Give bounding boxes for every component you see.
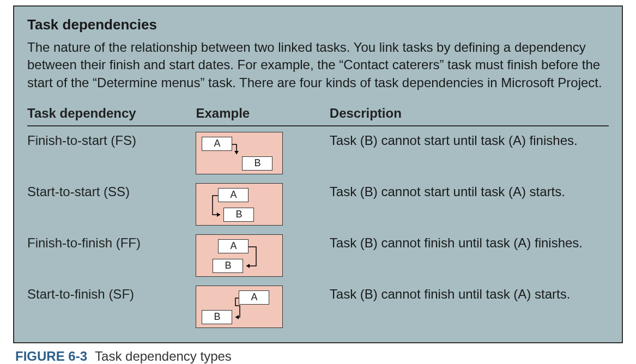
example-cell: A B (196, 280, 329, 331)
bar-b: B (202, 310, 232, 324)
dependency-description: Task (B) cannot start until task (A) sta… (330, 178, 609, 229)
figure-caption-text: Task dependency types (95, 349, 232, 363)
dependency-name: Finish-to-finish (FF) (27, 229, 196, 280)
col-header-description: Description (330, 101, 609, 126)
bar-a: A (239, 290, 269, 305)
bar-b: B (223, 208, 254, 222)
diagram-sf: A B (196, 286, 283, 328)
table-row: Finish-to-finish (FF) A B Task (B) canno… (27, 229, 609, 280)
dependency-name: Start-to-finish (SF) (27, 280, 196, 331)
diagram-ff: A B (196, 234, 283, 277)
example-cell: A B (196, 229, 329, 280)
col-header-dependency: Task dependency (27, 101, 196, 126)
example-cell: A B (196, 126, 329, 178)
bar-b: B (242, 156, 272, 171)
bar-b: B (213, 259, 243, 273)
dependency-description: Task (B) cannot finish until task (A) fi… (330, 229, 609, 280)
dependency-name: Start-to-start (SS) (27, 178, 196, 229)
diagram-ss: A B (196, 183, 283, 226)
col-header-example: Example (196, 101, 329, 126)
dependency-panel: Task dependencies The nature of the rela… (13, 5, 623, 343)
diagram-fs: A B (196, 132, 283, 174)
example-cell: A B (196, 178, 329, 229)
dependency-name: Finish-to-start (FS) (27, 126, 196, 178)
table-row: Start-to-finish (SF) A B Task (B) cannot… (27, 280, 609, 331)
figure-wrapper: Task dependencies The nature of the rela… (0, 0, 636, 364)
bar-a: A (218, 239, 249, 253)
figure-caption: FIGURE 6-3Task dependency types (13, 343, 623, 364)
dependency-table: Task dependency Example Description Fini… (27, 101, 609, 331)
panel-title: Task dependencies (27, 16, 609, 33)
panel-intro: The nature of the relationship between t… (27, 39, 609, 92)
bar-a: A (202, 137, 232, 151)
bar-a: A (218, 188, 249, 202)
figure-number: FIGURE 6-3 (15, 349, 87, 363)
table-row: Start-to-start (SS) A B Task (B) cannot … (27, 178, 609, 229)
dependency-description: Task (B) cannot start until task (A) fin… (330, 126, 609, 178)
table-row: Finish-to-start (FS) A B Task (B) cannot… (27, 126, 609, 178)
dependency-description: Task (B) cannot finish until task (A) st… (330, 280, 609, 331)
